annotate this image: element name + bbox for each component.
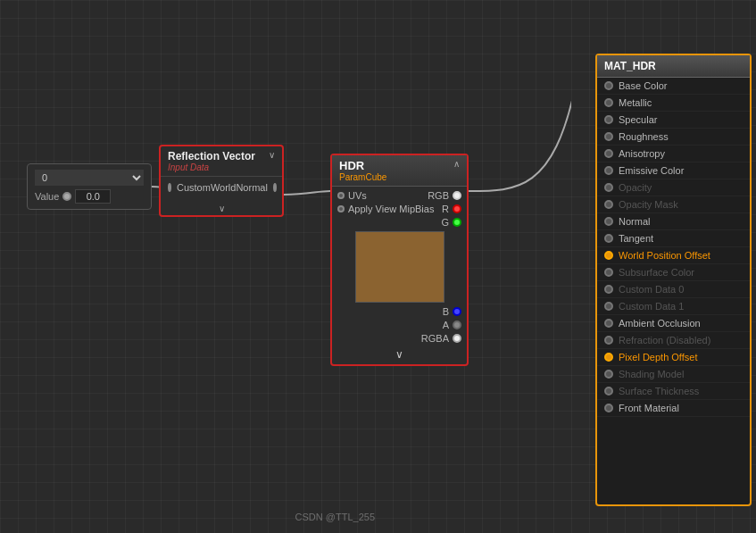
mat-item-label: Metallic [619,97,652,108]
mat-item-label: Surface Thickness [619,386,699,396]
mat-item-label: Base Color [619,80,667,91]
value-out-pin[interactable] [62,192,71,201]
hdr-a-out-pin[interactable] [453,321,461,329]
reflection-pin-label: CustomWorldNormal [177,182,268,193]
mat-pin [604,149,613,158]
mat-item[interactable]: Ambient Occlusion [597,315,750,332]
mat-item[interactable]: Shading Model [597,366,750,383]
hdr-uvs-row: UVs RGB [337,190,461,201]
mat-pin [604,353,613,362]
hdr-a-right: A [443,320,461,330]
reflection-node-footer: ∨ [161,202,282,215]
reflection-in-pin[interactable] [168,183,171,192]
mat-pin [604,98,613,107]
hdr-mipmask-row: Apply View MipBias R [337,204,461,214]
mat-item[interactable]: Subsurface Color [597,264,750,281]
hdr-b-out-pin[interactable] [453,307,461,316]
mat-item[interactable]: Opacity Mask [597,196,750,213]
mat-item[interactable]: Specular [597,112,750,129]
hdr-rgb-label: RGB [428,190,449,201]
mat-item[interactable]: Surface Thickness [597,383,750,400]
value-label-text: Value [35,191,59,202]
mat-item[interactable]: Normal [597,213,750,230]
mat-item-label: Tangent [619,233,653,244]
reflection-node-subtitle: Input Data [168,162,255,172]
hdr-b-row: B [337,306,461,317]
hdr-g-row: G [337,217,461,228]
hdr-node-header: HDR ParamCube ∧ [332,155,467,187]
hdr-uvs-left: UVs [337,190,367,201]
mat-item-label: Custom Data 1 [619,301,684,312]
reflection-node-chevron[interactable]: ∨ [269,150,275,160]
mat-item[interactable]: Tangent [597,230,750,247]
mat-pin [604,81,613,90]
hdr-node-title: HDR [339,159,386,172]
reflection-chevron-bottom[interactable]: ∨ [219,204,225,213]
hdr-node: HDR ParamCube ∧ UVs RGB Ap [330,154,469,366]
mat-item-label: Specular [619,114,657,125]
mat-item[interactable]: Anisotropy [597,146,750,162]
hdr-a-label: A [443,320,449,330]
value-input-field[interactable] [75,189,111,204]
hdr-g-out-pin[interactable] [453,218,461,227]
mat-item[interactable]: Emissive Color [597,162,750,179]
hdr-r-right: R [442,204,461,214]
mat-item[interactable]: Roughness [597,129,750,146]
hdr-a-row: A [337,320,461,330]
reflection-node-title: Reflection Vector [168,150,255,162]
hdr-mip-in-pin[interactable] [337,205,345,212]
mat-item[interactable]: Metallic [597,95,750,112]
hdr-rgba-label: RGBA [421,333,449,344]
mat-panel-title: MAT_HDR [597,55,750,78]
reflection-pin-row: CustomWorldNormal [168,182,275,193]
mat-pin [604,183,613,192]
hdr-rgba-right: RGBA [421,333,461,344]
mat-item[interactable]: Custom Data 1 [597,298,750,315]
hdr-mip-left: Apply View MipBias [337,204,434,214]
hdr-node-subtitle: ParamCube [339,172,386,182]
reflection-node-header: Reflection Vector Input Data ∨ [161,146,282,177]
mat-item[interactable]: Custom Data 0 [597,281,750,298]
mat-pin [604,387,613,396]
watermark: CSDN @TTL_255 [295,512,375,522]
mat-pin [604,285,613,294]
value-dropdown[interactable]: 0 [35,170,144,186]
mat-item[interactable]: Pixel Depth Offset [597,349,750,366]
mat-item[interactable]: Base Color [597,78,750,95]
mat-item-label: Ambient Occlusion [619,318,701,329]
mat-item[interactable]: Refraction (Disabled) [597,332,750,349]
mat-panel: MAT_HDR Base ColorMetallicSpecularRoughn… [595,54,752,506]
mat-pin [604,370,613,379]
mat-pin [604,268,613,277]
mat-item[interactable]: Opacity [597,179,750,196]
mat-item[interactable]: World Position Offset [597,247,750,264]
hdr-uvs-in-pin[interactable] [337,192,345,199]
mat-pin [604,132,613,141]
mat-pin [604,234,613,243]
hdr-r-label: R [442,204,449,214]
reflection-vector-node: Reflection Vector Input Data ∨ CustomWor… [159,145,284,217]
mat-pin [604,404,613,412]
value-label-row: Value [35,189,144,204]
mat-item-label: Emissive Color [619,165,684,176]
mat-item-label: Pixel Depth Offset [619,352,697,362]
mat-item-label: Refraction (Disabled) [619,335,710,346]
mat-item[interactable]: Front Material [597,400,750,417]
hdr-mip-label: Apply View MipBias [348,204,434,214]
mat-item-label: Custom Data 0 [619,284,684,295]
mat-pin [604,319,613,328]
hdr-rgba-out-pin[interactable] [453,334,461,343]
canvas-area: 0 Value Reflection Vector Input Data ∨ C… [0,0,571,533]
hdr-preview-image [355,231,444,303]
hdr-uvs-label: UVs [348,190,367,201]
value-node: 0 Value [27,163,152,210]
mat-pin [604,166,613,175]
hdr-chevron-bottom[interactable]: ∨ [395,348,403,361]
reflection-node-title-block: Reflection Vector Input Data [168,150,255,172]
hdr-node-chevron[interactable]: ∧ [453,159,460,169]
hdr-node-body: UVs RGB Apply View MipBias R [332,187,467,364]
hdr-rgb-out-pin[interactable] [453,191,461,200]
mat-item-label: Subsurface Color [619,267,694,278]
reflection-out-pin[interactable] [273,183,277,192]
hdr-r-out-pin[interactable] [453,204,461,213]
